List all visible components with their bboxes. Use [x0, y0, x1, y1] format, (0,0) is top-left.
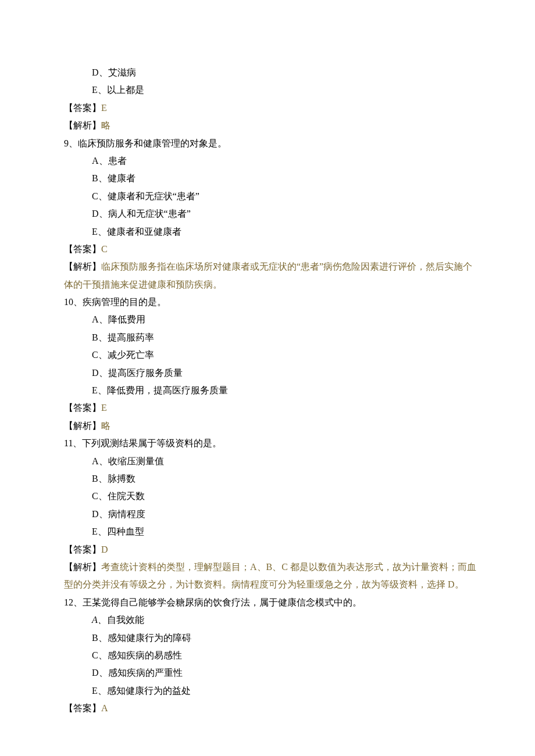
answer-label: 【答案】: [64, 544, 101, 554]
option-letter: D、: [92, 668, 108, 678]
q8-explanation: 【解析】略: [64, 117, 477, 134]
option-letter: A、: [92, 314, 108, 324]
q11-option-c: C、住院天数: [64, 488, 477, 505]
question-text: 临床预防服务和健康管理的对象是。: [78, 138, 227, 148]
q9-option-a: A、患者: [64, 152, 477, 170]
option-text: 以上都是: [107, 85, 144, 95]
q8-answer: 【答案】E: [64, 99, 477, 117]
answer-value: E: [101, 103, 107, 113]
q11-answer: 【答案】D: [64, 541, 477, 558]
option-letter: A、: [92, 156, 108, 166]
q10-stem: 10、疾病管理的目的是。: [64, 293, 477, 311]
answer-label: 【答案】: [64, 703, 101, 713]
question-text: 下列观测结果属于等级资料的是。: [82, 438, 222, 448]
option-letter: C、: [92, 350, 108, 360]
question-text: 疾病管理的目的是。: [83, 297, 166, 307]
option-text: 四种血型: [107, 526, 144, 536]
option-text: 提高服药率: [108, 332, 154, 342]
option-text: 感知疾病的易感性: [108, 650, 182, 660]
q9-answer: 【答案】C: [64, 241, 477, 258]
option-text: 病人和无症状“患者”: [108, 209, 191, 218]
q8-option-d: D、艾滋病: [64, 64, 477, 81]
option-text: 感知疾病的严重性: [108, 668, 183, 678]
explanation-text: 考查统计资料的类型，理解型题目；A、B、C 都是以数值为表达形式，故为计量资料；…: [64, 562, 476, 589]
option-letter: D、: [92, 368, 108, 378]
q12-stem: 12、王某觉得自己能够学会糖尿病的饮食疗法，属于健康信念模式中的。: [64, 594, 477, 611]
answer-label: 【答案】: [64, 103, 101, 113]
q12-option-d: D、感知疾病的严重性: [64, 664, 477, 682]
option-letter: E、: [92, 227, 107, 237]
q10-option-c: C、减少死亡率: [64, 346, 477, 364]
option-letter: D、: [92, 67, 108, 77]
question-text: 王某觉得自己能够学会糖尿病的饮食疗法，属于健康信念模式中的。: [83, 597, 362, 607]
explanation-label: 【解析】: [64, 261, 101, 271]
option-text: 降低费用，提高医疗服务质量: [107, 385, 228, 395]
question-number: 12、: [64, 597, 83, 607]
q12-option-b: B、感知健康行为的障碍: [64, 629, 477, 647]
option-text: 健康者和亚健康者: [107, 227, 181, 237]
option-letter: D、: [92, 509, 108, 519]
option-letter: E、: [92, 526, 107, 536]
document-page: D、艾滋病 E、以上都是 【答案】E 【解析】略 9、临床预防服务和健康管理的对…: [0, 0, 535, 756]
option-letter: E、: [92, 85, 107, 95]
option-text: 脉搏数: [108, 474, 135, 483]
q9-option-d: D、病人和无症状“患者”: [64, 205, 477, 223]
explanation-label: 【解析】: [64, 562, 101, 572]
q8-option-e: E、以上都是: [64, 81, 477, 99]
q12-option-e: E、感知健康行为的益处: [64, 682, 477, 700]
question-number: 9、: [64, 138, 78, 148]
answer-value: D: [101, 544, 108, 554]
q11-option-d: D、病情程度: [64, 506, 477, 523]
option-letter: B、: [92, 332, 108, 342]
option-text: 感知健康行为的障碍: [108, 633, 191, 643]
q12-option-c: C、感知疾病的易感性: [64, 647, 477, 664]
option-letter: B、: [92, 474, 108, 483]
q10-explanation: 【解析】略: [64, 417, 477, 435]
option-text: 健康者和无症状“患者”: [108, 191, 199, 201]
q10-option-b: B、提高服药率: [64, 329, 477, 346]
option-text: 患者: [108, 156, 127, 166]
option-text: 自我效能: [107, 615, 144, 625]
answer-value: C: [101, 244, 108, 254]
option-text: 减少死亡率: [108, 350, 154, 360]
q9-option-e: E、健康者和亚健康者: [64, 223, 477, 241]
explanation-text: 略: [101, 120, 110, 130]
option-text: 住院天数: [108, 491, 145, 501]
q11-option-b: B、脉搏数: [64, 470, 477, 488]
option-letter: D、: [92, 209, 108, 218]
q10-option-a: A、降低费用: [64, 311, 477, 328]
option-letter: B、: [92, 173, 108, 183]
q12-option-a: A、自我效能: [64, 611, 477, 629]
q9-option-c: C、健康者和无症状“患者”: [64, 188, 477, 205]
q11-option-a: A、收缩压测量值: [64, 453, 477, 470]
explanation-label: 【解析】: [64, 421, 101, 431]
q9-explanation: 【解析】临床预防服务指在临床场所对健康者或无症状的“患者”病伤危险因素进行评价，…: [64, 258, 477, 293]
q11-explanation: 【解析】考查统计资料的类型，理解型题目；A、B、C 都是以数值为表达形式，故为计…: [64, 558, 477, 594]
explanation-text: 临床预防服务指在临床场所对健康者或无症状的“患者”病伤危险因素进行评价，然后实施…: [64, 261, 472, 289]
answer-value: E: [101, 403, 107, 413]
option-text: 降低费用: [108, 314, 145, 324]
option-letter: E、: [92, 686, 107, 696]
option-letter: A、: [92, 615, 107, 625]
option-text: 收缩压测量值: [108, 456, 164, 466]
answer-label: 【答案】: [64, 244, 101, 254]
option-letter: C、: [92, 650, 108, 660]
option-letter: B、: [92, 633, 108, 643]
q12-answer: 【答案】A: [64, 700, 477, 717]
q11-stem: 11、下列观测结果属于等级资料的是。: [64, 435, 477, 452]
option-text: 健康者: [108, 173, 135, 183]
question-number: 10、: [64, 297, 83, 307]
option-letter: C、: [92, 491, 108, 501]
option-text: 病情程度: [108, 509, 145, 519]
option-text: 感知健康行为的益处: [107, 686, 191, 696]
explanation-label: 【解析】: [64, 120, 101, 130]
q10-option-e: E、降低费用，提高医疗服务质量: [64, 382, 477, 399]
option-text: 提高医疗服务质量: [108, 368, 183, 378]
question-number: 11、: [64, 438, 82, 448]
answer-label: 【答案】: [64, 403, 101, 413]
option-text: 艾滋病: [108, 67, 136, 77]
q10-answer: 【答案】E: [64, 399, 477, 417]
q11-option-e: E、四种血型: [64, 523, 477, 540]
explanation-text: 略: [101, 421, 110, 431]
option-letter: E、: [92, 385, 107, 395]
